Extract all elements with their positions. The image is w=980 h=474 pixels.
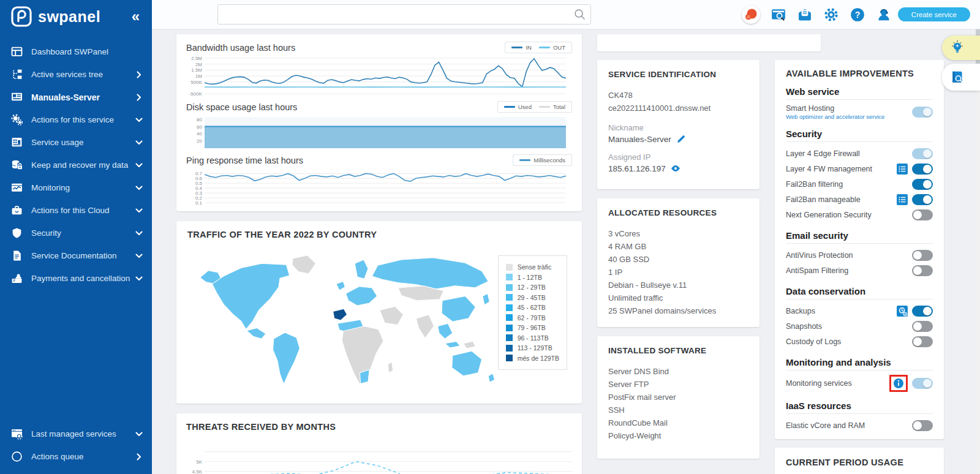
sidebar-item-service-usage[interactable]: Service usage (0, 131, 152, 154)
toggle-antispam-filtering[interactable] (912, 265, 933, 276)
chevron-down-icon (135, 206, 143, 215)
toggle-elastic-vcore-and-ram[interactable] (912, 420, 933, 431)
legend-label: Sense tràfic (518, 263, 551, 271)
sidebar-item-monitoring[interactable]: Monitoring (0, 176, 152, 199)
sidebar-item-actions-for-this-service[interactable]: Actions for this service (0, 108, 152, 131)
resources-list: 3 vCores4 RAM GB40 GB SSD1 IPDebian - Bu… (608, 227, 748, 317)
available-improvements-card: AVAILABLE IMPROVEMENTS Web serviceSmart … (775, 60, 944, 439)
improvement-row-next-generation-security: Next Generation Security (786, 207, 933, 222)
sidebar-item-label: Keep and recover my data (31, 160, 135, 170)
mail-docs-icon[interactable] (797, 7, 813, 23)
search-input[interactable] (217, 4, 591, 24)
sidebar-item-last-managed-services[interactable]: Last managed services (0, 423, 152, 445)
sidebar-item-manuales-server[interactable]: Manuales-Server (0, 86, 152, 108)
toggle-monitoring-services[interactable] (912, 378, 933, 389)
sidebar-item-actions-queue[interactable]: Actions queue (0, 445, 152, 468)
tips-lightbulb-button[interactable] (942, 36, 980, 60)
toggle-smart-hosting[interactable] (912, 107, 933, 118)
toggle-snapshots[interactable] (912, 321, 933, 332)
database-lock-icon (11, 159, 23, 171)
toggle-next-generation-security[interactable] (912, 209, 933, 220)
services-tree-icon (11, 69, 23, 80)
disk-chart: Disk space usage last hoursUsedTotal 806… (186, 101, 572, 148)
sidebar-item-actions-for-this-cloud[interactable]: Actions for this Cloud (0, 199, 152, 222)
resource-item: Unlimited traffic (608, 292, 748, 304)
improvement-label: Fail2Ban filtering (786, 180, 912, 189)
improvement-label: Layer 4 FW management (786, 165, 897, 173)
create-service-button[interactable]: Create service (898, 7, 970, 21)
chart-legend: UsedTotal (497, 101, 572, 113)
toggle-antivirus-protection[interactable] (912, 250, 933, 261)
sidebar-item-label: Service usage (31, 138, 135, 147)
improvement-row-fail2ban-manageable: Fail2Ban manageable (786, 192, 933, 207)
section-divider (786, 370, 933, 371)
column-service-info: SERVICE IDENTIFICATION CK478 ce202211141… (597, 34, 760, 474)
map-legend-row: 62 - 79TB (506, 313, 559, 323)
service-identification-title: SERVICE IDENTIFICATION (608, 70, 748, 79)
toggle-layer-4-edge-firewall[interactable] (912, 148, 933, 159)
chevron-right-icon (135, 70, 143, 79)
improvement-sublabel[interactable]: Web optimizer and accelerator service (786, 113, 912, 120)
sidebar-item-label: Last managed services (31, 429, 135, 438)
manage-list-icon[interactable] (897, 164, 908, 175)
toggle-fail2ban-filtering[interactable] (912, 179, 933, 190)
browser-search-icon[interactable] (771, 7, 786, 23)
sidebar-item-payments-and-cancellation[interactable]: Payments and cancellation (0, 267, 152, 290)
sidebar-collapse-button[interactable]: « (132, 8, 140, 25)
map-legend: Sense tràfic1 - 12TB12 - 29TB29 - 45TB45… (498, 255, 567, 370)
toggle-custody-of-logs[interactable] (912, 336, 933, 347)
software-item: RoundCube Mail (608, 416, 748, 429)
improvement-section-heading: IaaS resources (786, 401, 933, 411)
map-title: TRAFFIC OF THE YEAR 2022 BY COUNTRY (187, 230, 571, 239)
section-divider (786, 141, 933, 142)
sidebar-item-label: Actions for this service (31, 115, 135, 124)
legend-item: IN (511, 44, 532, 51)
sidebar-item-active-services-tree[interactable]: Active services tree (0, 63, 152, 86)
y-axis-tick: 80 (197, 117, 202, 122)
swhosting-logo[interactable] (742, 6, 760, 24)
improvement-row-layer-4-fw-management: Layer 4 FW management (786, 161, 933, 176)
usage-charts-card: Bandwidth usage last hoursINOUT 2.5M2M1.… (176, 34, 582, 211)
backup-icon[interactable] (897, 306, 908, 317)
legend-swatch (506, 314, 513, 321)
chevron-right-icon (135, 453, 143, 461)
sidebar-item-keep-and-recover-my-data[interactable]: Keep and recover my data (0, 154, 152, 176)
map-legend-row: 96 - 113TB (506, 333, 559, 344)
sidebar-item-label: Dashboard SWPanel (31, 47, 143, 56)
chart-legend: Milliseconds (513, 154, 572, 166)
y-axis-tick: 0.1 (195, 200, 202, 206)
toggle-layer-4-fw-management[interactable] (912, 164, 933, 175)
installed-software-title: INSTALLED SOFTWARE (608, 346, 748, 355)
book-search-icon (949, 69, 965, 85)
legend-swatch (506, 284, 513, 291)
knowledge-search-button[interactable] (942, 64, 980, 91)
settings-gear-icon[interactable] (823, 7, 839, 23)
help-icon[interactable]: ? (850, 7, 865, 23)
manage-list-icon[interactable] (897, 194, 908, 205)
toggle-fail2ban-manageable[interactable] (912, 194, 933, 205)
sidebar-item-dashboard-swpanel[interactable]: Dashboard SWPanel (0, 40, 152, 63)
y-axis-tick: 2.5M (191, 56, 202, 61)
software-item: SSH (608, 404, 748, 416)
allocated-resources-title: ALLOCATED RESOURCES (608, 208, 748, 217)
threats-chart: THREATS RECEIVED BY MONTHS 5K4.5K (186, 422, 572, 474)
brand-row: swpanel « (0, 0, 152, 32)
vertical-scrollbar[interactable] (976, 29, 980, 474)
sidebar-item-security[interactable]: Security (0, 222, 152, 244)
info-icon[interactable] (893, 378, 904, 389)
improvement-row-antivirus-protection: AntiVirus Protection (786, 247, 933, 263)
support-agent-icon[interactable] (876, 7, 892, 23)
gears-icon (11, 114, 23, 126)
software-item: Server FTP (608, 378, 748, 391)
sidebar-item-label: Manuales-Server (31, 92, 135, 102)
search-icon[interactable] (573, 8, 586, 21)
toggle-backups[interactable] (912, 306, 933, 317)
sidebar-item-label: Monitoring (31, 183, 135, 192)
pencil-edit-icon[interactable] (676, 134, 686, 144)
map-legend-row: 29 - 45TB (506, 293, 559, 303)
sidebar-item-service-documentation[interactable]: Service Documentation (0, 244, 152, 267)
eye-icon[interactable] (671, 164, 680, 173)
threats-card: THREATS RECEIVED BY MONTHS 5K4.5K (176, 413, 582, 474)
current-period-usage-title: CURRENT PERIOD USAGE (786, 457, 933, 467)
sidebar-nav: Dashboard SWPanelActive services treeMan… (0, 40, 152, 290)
